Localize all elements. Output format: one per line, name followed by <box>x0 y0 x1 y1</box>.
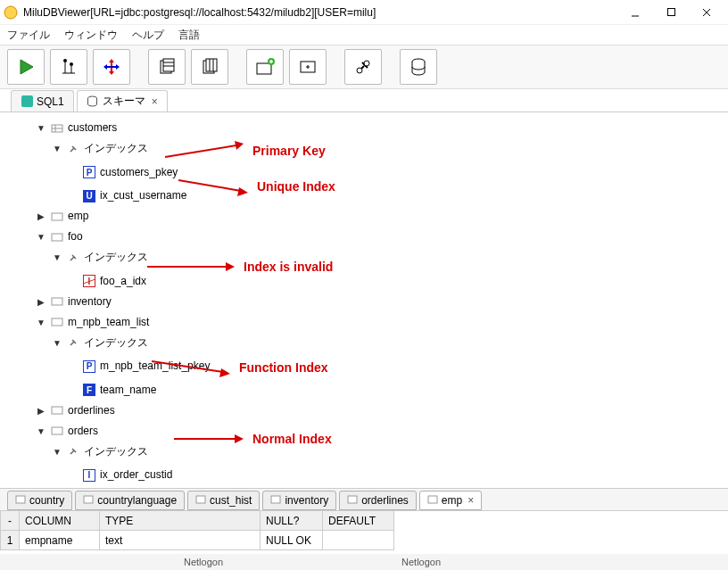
tree-node-foo[interactable]: foo <box>36 227 83 247</box>
new-tab-button[interactable] <box>246 49 284 85</box>
svg-rect-18 <box>163 59 174 71</box>
add-panel-button[interactable] <box>289 49 327 85</box>
grid-header-default[interactable]: DEFAULT <box>323 511 394 531</box>
schema-tree[interactable]: customers インデックス P customers_pkey <box>0 112 728 488</box>
tree-node-orders[interactable]: orders <box>36 421 98 442</box>
tree-node-ix-cust-username[interactable]: U ix_cust_username <box>68 186 186 206</box>
tree-label: orders <box>68 421 98 442</box>
expand-icon[interactable] <box>36 421 46 442</box>
tree-node-m-npb-team-list[interactable]: m_npb_team_list <box>36 312 149 333</box>
grid-header-type[interactable]: TYPE <box>100 511 261 531</box>
grid-rownum: 1 <box>0 531 20 550</box>
pkey-icon: P <box>82 165 96 179</box>
tree-node-customers-pkey[interactable]: P customers_pkey <box>68 162 178 183</box>
tree-node-index-folder[interactable]: インデックス <box>52 333 148 353</box>
expand-icon[interactable] <box>36 206 46 227</box>
expand-icon[interactable] <box>52 247 62 268</box>
expand-icon[interactable] <box>52 138 62 159</box>
tree-node-ix-order-custid[interactable]: I ix_order_custid <box>68 465 172 485</box>
tab-orderlines[interactable]: orderlines <box>339 491 417 510</box>
tree-node-index-folder[interactable]: インデックス <box>52 138 148 159</box>
tree-node-inventory[interactable]: inventory <box>36 292 112 312</box>
svg-rect-35 <box>21 95 33 107</box>
svg-rect-58 <box>196 496 205 503</box>
tree-label: inventory <box>68 292 112 312</box>
minimize-button[interactable] <box>617 1 653 24</box>
tab-country[interactable]: country <box>7 491 72 510</box>
grid-header-column[interactable]: COLUMN <box>20 511 100 531</box>
tree-node-m-npb-team-list-pkey[interactable]: P m_npb_team_list_pkey <box>68 356 210 376</box>
connection-button[interactable] <box>344 49 382 85</box>
grid-row[interactable]: 1 empname text NULL OK <box>0 531 728 550</box>
tree-node-emp[interactable]: emp <box>36 206 88 227</box>
tree-label: customers <box>68 118 117 138</box>
sql-icon <box>21 95 33 108</box>
table-icon <box>270 494 281 508</box>
tab-countrylanguage[interactable]: countrylanguage <box>75 491 185 510</box>
tree-label: foo <box>68 227 83 247</box>
tree-label: foo_a_idx <box>100 271 146 292</box>
svg-point-32 <box>357 68 362 73</box>
status-text: Netlogon <box>184 557 223 567</box>
copy-table-v-button[interactable] <box>191 49 228 85</box>
tree-node-orderlines[interactable]: orderlines <box>36 401 115 421</box>
table-icon <box>50 230 64 244</box>
svg-point-0 <box>4 6 17 19</box>
tree-node-customers[interactable]: customers <box>36 118 117 138</box>
explain-button[interactable] <box>50 49 87 85</box>
tree-node-foo-a-idx[interactable]: I foo_a_idx <box>68 271 146 292</box>
expand-icon[interactable] <box>36 292 46 312</box>
result-tabs: country countrylanguage cust_hist invent… <box>0 488 728 511</box>
run-button[interactable] <box>7 49 45 85</box>
grid-cell-null: NULL OK <box>261 531 323 550</box>
close-icon[interactable]: × <box>152 95 158 108</box>
svg-rect-2 <box>667 9 674 16</box>
grid-header: - COLUMN TYPE NULL? DEFAULT <box>0 511 728 531</box>
maximize-button[interactable] <box>653 1 689 24</box>
expand-icon[interactable] <box>36 401 46 421</box>
grid-corner[interactable]: - <box>0 511 20 531</box>
svg-marker-16 <box>116 64 120 70</box>
svg-rect-40 <box>52 213 62 220</box>
expand-icon[interactable] <box>36 227 46 247</box>
tab-sql1[interactable]: SQL1 <box>11 90 74 112</box>
tab-schema[interactable]: スキーマ × <box>77 90 168 112</box>
grid-cell-default <box>323 531 394 550</box>
svg-rect-42 <box>52 298 62 305</box>
grid-cell-column: empname <box>20 531 100 550</box>
table-icon <box>195 494 206 508</box>
tree-node-index-folder[interactable]: インデックス <box>52 247 148 268</box>
toolbar <box>0 45 728 89</box>
tree-node-team-name[interactable]: F team_name <box>68 380 156 401</box>
svg-rect-60 <box>348 496 357 503</box>
grid-cell-type: text <box>100 531 261 550</box>
svg-point-33 <box>364 61 369 66</box>
tree-label: インデックス <box>84 442 148 462</box>
tab-cust-hist[interactable]: cust_hist <box>187 491 260 510</box>
menu-lang[interactable]: 言語 <box>178 28 200 43</box>
menu-help[interactable]: ヘルプ <box>132 28 164 43</box>
database-button[interactable] <box>400 49 437 85</box>
expand-icon[interactable] <box>52 442 62 462</box>
toggle-direction-button[interactable] <box>93 49 130 85</box>
close-icon[interactable]: × <box>467 494 474 507</box>
menu-window[interactable]: ウィンドウ <box>64 28 118 43</box>
tab-inventory[interactable]: inventory <box>262 491 336 510</box>
table-icon <box>50 210 64 224</box>
editor-tabs: SQL1 スキーマ × <box>0 89 728 112</box>
tree-label: m_npb_team_list_pkey <box>100 356 210 376</box>
expand-icon[interactable] <box>52 333 62 353</box>
copy-table-h-button[interactable] <box>148 49 186 85</box>
tab-emp[interactable]: emp × <box>419 491 482 510</box>
svg-rect-43 <box>52 318 62 326</box>
menu-file[interactable]: ファイル <box>7 28 50 43</box>
tree-node-index-folder[interactable]: インデックス <box>52 442 148 462</box>
close-button[interactable] <box>689 1 724 24</box>
expand-icon[interactable] <box>36 118 46 138</box>
svg-marker-15 <box>103 64 107 70</box>
tree-label: customers_pkey <box>100 162 178 183</box>
grid-header-null[interactable]: NULL? <box>261 511 323 531</box>
svg-rect-41 <box>52 234 62 241</box>
titlebar: MiluDBViewer[URL=jdbc:postgresql://local… <box>0 0 728 25</box>
expand-icon[interactable] <box>36 312 46 333</box>
